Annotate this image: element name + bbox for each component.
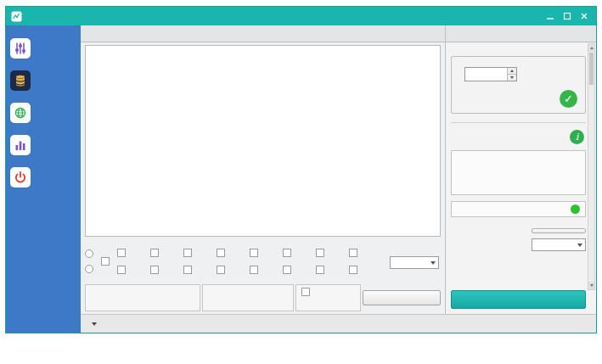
- tab-capture-monitor[interactable]: [463, 36, 478, 42]
- app-window: i: [5, 6, 597, 333]
- stop-capture-button[interactable]: [451, 290, 586, 309]
- channel-checkbox-rx2-q[interactable]: [217, 249, 248, 257]
- time-tag-box: [295, 284, 361, 311]
- scroll-down-icon[interactable]: [588, 282, 594, 289]
- right-tabstrip: [446, 25, 596, 42]
- modify-freq-phase-button[interactable]: [363, 290, 441, 305]
- sliders-icon: [10, 38, 31, 59]
- checkbox-icon: [117, 266, 126, 274]
- tab-gain-settings[interactable]: [466, 46, 480, 51]
- checkbox-icon: [101, 257, 110, 266]
- channel-checkbox-rx2-i[interactable]: [183, 249, 215, 257]
- tab-waterfall-view[interactable]: [99, 36, 116, 42]
- right-subtabs: [451, 46, 586, 51]
- maximize-button[interactable]: [560, 10, 574, 22]
- close-button[interactable]: [577, 10, 591, 22]
- channel-checkbox-rx8-i[interactable]: [316, 266, 347, 274]
- checkbox-icon: [217, 266, 225, 274]
- checkbox-icon: [283, 249, 291, 257]
- scroll-up-icon[interactable]: [588, 44, 594, 52]
- chevron-down-icon: [577, 244, 582, 247]
- sidebar-item-close-window[interactable]: [6, 161, 81, 193]
- channel-checkbox-rx3-i[interactable]: [250, 249, 281, 257]
- channel-checkbox-rx5-i[interactable]: [117, 266, 149, 274]
- checkbox-icon: [349, 249, 357, 257]
- flow-status-box: [451, 201, 586, 217]
- channel-checkbox-rx7-i[interactable]: [250, 266, 281, 274]
- spectrum-plot[interactable]: [86, 49, 440, 236]
- chevron-down-icon[interactable]: [92, 322, 97, 326]
- checkbox-icon: [283, 266, 291, 274]
- radio-icon: [85, 265, 93, 273]
- metric-peak-power: [457, 154, 580, 166]
- channel-checkbox-rx6-q[interactable]: [217, 266, 248, 274]
- tab-time-freq-view[interactable]: [82, 36, 99, 42]
- info-icon: i: [570, 130, 584, 144]
- globe-icon: [10, 103, 31, 123]
- checkbox-icon: [117, 249, 126, 257]
- tab-stream-status[interactable]: [451, 46, 464, 51]
- channel-checkbox-rx1-i[interactable]: [117, 249, 149, 257]
- sidebar-item-playback-transmit[interactable]: [6, 97, 81, 129]
- power-icon: [10, 167, 31, 188]
- title-bar: [6, 7, 596, 25]
- divider: [451, 122, 586, 123]
- time-tag-checkbox[interactable]: [301, 288, 355, 296]
- figure-caption: [0, 344, 602, 358]
- clock-info-box: [85, 284, 200, 311]
- peak-channel-group: [390, 254, 441, 269]
- status-bar: [81, 314, 596, 333]
- checkbox-icon: [349, 266, 357, 274]
- radio-freq-domain[interactable]: [85, 265, 96, 273]
- gain1-spinner[interactable]: [464, 67, 517, 81]
- sidebar-item-offline-tools[interactable]: [6, 129, 81, 161]
- checkbox-icon: [150, 266, 159, 274]
- flow-status-dot-icon: [571, 204, 580, 214]
- channel-checkbox-rx7-q[interactable]: [283, 266, 314, 274]
- chevron-down-icon: [430, 261, 436, 265]
- checkbox-icon: [183, 249, 192, 257]
- right-panel: i: [445, 25, 596, 314]
- channel-checkbox-rx4-i[interactable]: [316, 249, 347, 257]
- info-row: [85, 284, 441, 311]
- sample-bits-select[interactable]: [532, 238, 586, 251]
- channel-checkbox-rx3-q[interactable]: [283, 249, 314, 257]
- display-controls: [85, 239, 441, 283]
- current-gain-section: i: [451, 127, 586, 144]
- app-icon: [11, 11, 22, 22]
- tab-param-settings[interactable]: [447, 36, 463, 42]
- checkbox-icon: [183, 266, 192, 274]
- capture-mode-button[interactable]: [532, 228, 586, 233]
- metric-average-power: [457, 179, 580, 192]
- spinner-up-icon[interactable]: [508, 68, 516, 75]
- scrollbar-thumb[interactable]: [589, 53, 594, 85]
- minimize-button[interactable]: [543, 10, 557, 22]
- update-checkbox[interactable]: [101, 257, 112, 266]
- checkbox-icon: [301, 288, 310, 296]
- check-circle-icon: [560, 90, 577, 108]
- domain-radio-group: [85, 249, 96, 273]
- channel-checkbox-rx1-q[interactable]: [150, 249, 182, 257]
- power-metrics-box: [451, 150, 586, 195]
- checkbox-icon: [316, 266, 324, 274]
- spinner-arrows[interactable]: [507, 68, 516, 81]
- channel-checkbox-rx4-q[interactable]: [349, 249, 380, 257]
- sidebar-item-device-config[interactable]: [6, 32, 81, 64]
- checkbox-icon: [250, 266, 258, 274]
- checkbox-icon: [316, 249, 324, 257]
- channel-checkbox-rx8-q[interactable]: [349, 266, 380, 274]
- right-panel-scrollbar[interactable]: [588, 43, 595, 290]
- checkbox-icon: [250, 249, 258, 257]
- channel-checkbox-rx6-i[interactable]: [183, 266, 215, 274]
- waveform-chart-card: [85, 45, 441, 237]
- spinner-down-icon[interactable]: [508, 75, 516, 81]
- channel-checkbox-rx5-q[interactable]: [150, 266, 182, 274]
- metric-peak-frequency: [457, 166, 580, 179]
- database-icon: [10, 70, 31, 91]
- amplitude-control-group: [451, 56, 586, 114]
- radio-icon: [85, 249, 93, 258]
- peak-channel-select[interactable]: [390, 256, 439, 269]
- sidebar-item-stream-record[interactable]: [6, 64, 81, 97]
- main-tabstrip: [81, 25, 445, 42]
- radio-time-domain[interactable]: [85, 249, 96, 258]
